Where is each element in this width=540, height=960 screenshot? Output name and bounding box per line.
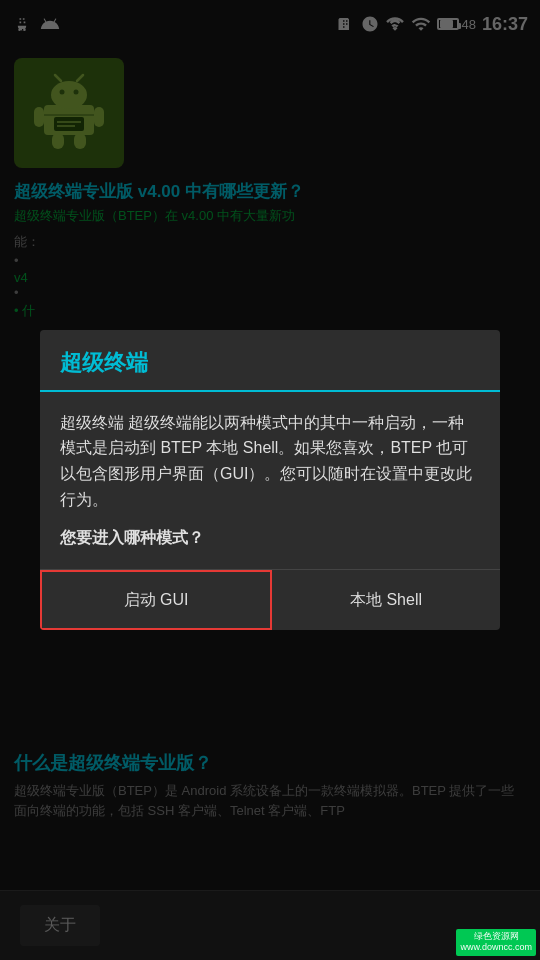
dialog-header: 超级终端 (40, 330, 500, 392)
dialog-buttons: 启动 GUI 本地 Shell (40, 570, 500, 630)
dialog-message: 超级终端 超级终端能以两种模式中的其中一种启动，一种模式是启动到 BTEP 本地… (60, 410, 480, 512)
dialog: 超级终端 超级终端 超级终端能以两种模式中的其中一种启动，一种模式是启动到 BT… (40, 330, 500, 630)
dialog-body: 超级终端 超级终端能以两种模式中的其中一种启动，一种模式是启动到 BTEP 本地… (40, 392, 500, 570)
launch-gui-button[interactable]: 启动 GUI (40, 570, 272, 630)
native-shell-button[interactable]: 本地 Shell (272, 570, 500, 630)
dialog-question: 您要进入哪种模式？ (60, 528, 480, 549)
dialog-overlay: 超级终端 超级终端 超级终端能以两种模式中的其中一种启动，一种模式是启动到 BT… (0, 0, 540, 960)
dialog-title: 超级终端 (60, 348, 480, 378)
watermark: 绿色资源网www.downcc.com (456, 929, 536, 956)
